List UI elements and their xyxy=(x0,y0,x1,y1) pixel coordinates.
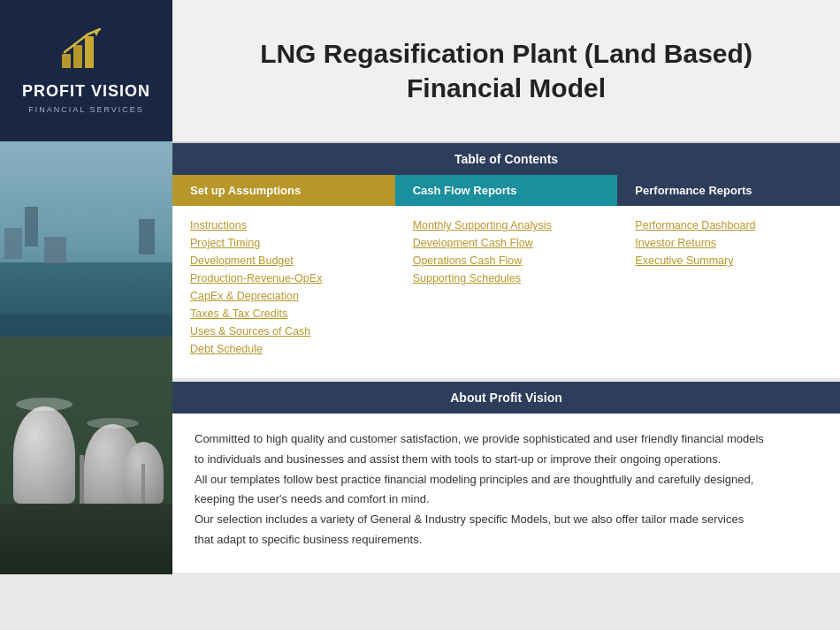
toc-column-performance: Performance Reports Performance Dashboar… xyxy=(617,175,840,378)
link-capex-depreciation[interactable]: CapEx & Depreciation xyxy=(172,290,395,302)
sidebar-image-col xyxy=(0,141,172,574)
link-debt-schedule[interactable]: Debt Schedule xyxy=(172,343,395,355)
toc-col-header-setup: Set up Assumptions xyxy=(172,175,395,206)
about-line-1: Committed to high quality and customer s… xyxy=(195,432,764,445)
main-title-line1: LNG Regasification Plant (Land Based) xyxy=(260,39,752,68)
link-executive-summary[interactable]: Executive Summary xyxy=(617,254,840,267)
link-taxes-credits[interactable]: Taxes & Tax Credits xyxy=(172,307,395,320)
main-title: LNG Regasification Plant (Land Based) Fi… xyxy=(260,36,752,105)
link-production-revenue[interactable]: Production-Revenue-OpEx xyxy=(172,272,395,285)
svg-rect-2 xyxy=(85,36,94,68)
main-title-line2: Financial Model xyxy=(407,73,606,102)
svg-rect-1 xyxy=(73,45,82,68)
right-content: Table of Contents Set up Assumptions Ins… xyxy=(172,141,840,574)
link-performance-dashboard[interactable]: Performance Dashboard xyxy=(617,219,840,232)
toc-column-setup: Set up Assumptions Instructions Project … xyxy=(172,175,395,378)
about-header: About Profit Vision xyxy=(172,382,840,414)
top-header: PROFIT VISION FINANCIAL SERVICES LNG Reg… xyxy=(0,0,840,141)
link-monthly-analysis[interactable]: Monthly Supporting Analysis xyxy=(395,219,618,232)
title-panel: LNG Regasification Plant (Land Based) Fi… xyxy=(172,0,840,141)
logo-title: PROFIT VISION xyxy=(22,82,150,102)
link-uses-sources[interactable]: Uses & Sources of Cash xyxy=(172,325,395,338)
about-text: Committed to high quality and customer s… xyxy=(172,414,840,573)
about-line-4: keeping the user's needs and comfort in … xyxy=(195,492,430,505)
logo-subtitle: FINANCIAL SERVICES xyxy=(28,105,144,114)
page-container: PROFIT VISION FINANCIAL SERVICES LNG Reg… xyxy=(0,0,840,574)
link-development-budget[interactable]: Development Budget xyxy=(172,254,395,267)
logo-panel: PROFIT VISION FINANCIAL SERVICES xyxy=(0,0,172,141)
svg-rect-0 xyxy=(62,54,71,68)
toc-section: Table of Contents Set up Assumptions Ins… xyxy=(172,141,840,378)
link-operations-cashflow[interactable]: Operations Cash Flow xyxy=(395,254,618,267)
link-development-cashflow[interactable]: Development Cash Flow xyxy=(395,237,618,249)
link-project-timing[interactable]: Project Timing xyxy=(172,237,395,249)
toc-col-header-performance: Performance Reports xyxy=(617,175,840,206)
toc-header: Table of Contents xyxy=(172,143,840,175)
toc-column-cashflow: Cash Flow Reports Monthly Supporting Ana… xyxy=(395,175,618,378)
link-investor-returns[interactable]: Investor Returns xyxy=(617,237,840,249)
toc-col-header-cashflow: Cash Flow Reports xyxy=(395,175,618,206)
link-instructions[interactable]: Instructions xyxy=(172,219,395,232)
about-line-5: Our selection includes a variety of Gene… xyxy=(195,512,744,526)
toc-body: Set up Assumptions Instructions Project … xyxy=(172,175,840,378)
about-line-3: All our templates follow best practice f… xyxy=(195,473,753,486)
about-section: About Profit Vision Committed to high qu… xyxy=(172,382,840,573)
about-line-2: to individuals and businesses and assist… xyxy=(195,452,721,466)
link-supporting-schedules[interactable]: Supporting Schedules xyxy=(395,272,618,285)
main-area: Table of Contents Set up Assumptions Ins… xyxy=(0,141,840,574)
about-line-6: that adapt to specific business requirem… xyxy=(195,533,422,546)
logo-icon xyxy=(60,27,113,75)
